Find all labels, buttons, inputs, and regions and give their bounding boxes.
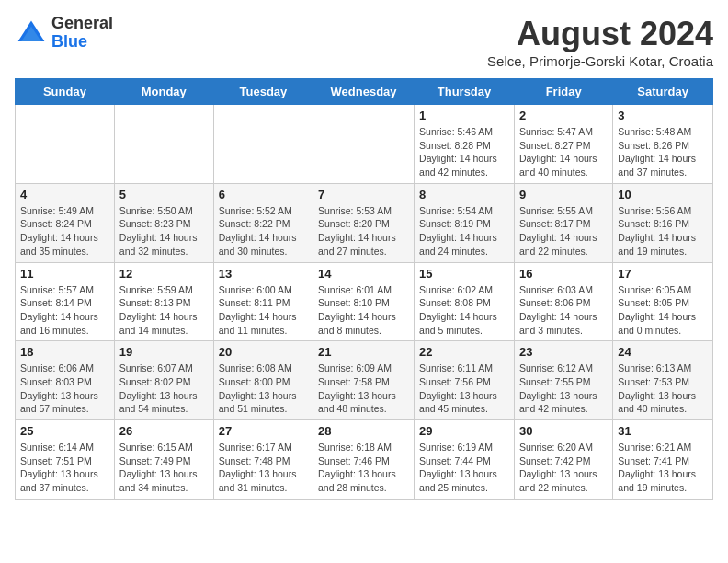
day-number: 2	[519, 109, 608, 122]
day-info: Sunrise: 5:53 AMSunset: 8:20 PMDaylight:…	[318, 204, 409, 259]
day-number: 13	[219, 267, 308, 281]
day-number: 9	[519, 188, 608, 201]
day-info: Sunrise: 5:48 AMSunset: 8:26 PMDaylight:…	[618, 125, 708, 179]
calendar-cell	[114, 105, 213, 184]
day-number: 19	[119, 345, 209, 359]
day-number: 11	[20, 267, 109, 281]
calendar-cell: 7Sunrise: 5:53 AMSunset: 8:20 PMDaylight…	[313, 183, 415, 262]
day-of-week-header: Tuesday	[213, 79, 313, 105]
calendar-cell: 4Sunrise: 5:49 AMSunset: 8:24 PMDaylight…	[16, 183, 115, 262]
calendar-cell	[213, 105, 313, 184]
day-number: 26	[119, 424, 209, 438]
calendar-cell: 19Sunrise: 6:07 AMSunset: 8:02 PMDayligh…	[114, 341, 213, 420]
day-number: 22	[419, 345, 509, 359]
calendar-cell: 16Sunrise: 6:03 AMSunset: 8:06 PMDayligh…	[514, 262, 612, 341]
calendar-cell: 22Sunrise: 6:11 AMSunset: 7:56 PMDayligh…	[415, 341, 515, 420]
day-number: 17	[618, 267, 708, 281]
calendar-cell: 24Sunrise: 6:13 AMSunset: 7:53 PMDayligh…	[613, 341, 713, 420]
day-number: 24	[618, 345, 708, 359]
day-info: Sunrise: 6:07 AMSunset: 8:02 PMDaylight:…	[119, 362, 209, 416]
day-number: 14	[318, 267, 409, 281]
calendar-week-row: 1Sunrise: 5:46 AMSunset: 8:28 PMDaylight…	[16, 105, 713, 184]
day-info: Sunrise: 5:57 AMSunset: 8:14 PMDaylight:…	[20, 283, 109, 338]
day-info: Sunrise: 6:01 AMSunset: 8:10 PMDaylight:…	[318, 283, 409, 338]
day-info: Sunrise: 6:09 AMSunset: 7:58 PMDaylight:…	[318, 362, 409, 416]
calendar-cell: 23Sunrise: 6:12 AMSunset: 7:55 PMDayligh…	[514, 341, 612, 420]
calendar-cell: 15Sunrise: 6:02 AMSunset: 8:08 PMDayligh…	[415, 262, 515, 341]
calendar-cell: 5Sunrise: 5:50 AMSunset: 8:23 PMDaylight…	[114, 183, 213, 262]
calendar-cell: 31Sunrise: 6:21 AMSunset: 7:41 PMDayligh…	[613, 420, 713, 500]
day-info: Sunrise: 6:13 AMSunset: 7:53 PMDaylight:…	[618, 362, 708, 416]
day-number: 5	[119, 188, 209, 201]
calendar-table: SundayMondayTuesdayWednesdayThursdayFrid…	[15, 78, 713, 500]
logo: General Blue	[15, 15, 113, 52]
calendar-cell: 27Sunrise: 6:17 AMSunset: 7:48 PMDayligh…	[213, 420, 313, 500]
calendar-body: 1Sunrise: 5:46 AMSunset: 8:28 PMDaylight…	[16, 105, 713, 500]
day-of-week-header: Monday	[114, 79, 213, 105]
day-info: Sunrise: 6:12 AMSunset: 7:55 PMDaylight:…	[519, 362, 608, 416]
day-info: Sunrise: 6:11 AMSunset: 7:56 PMDaylight:…	[419, 362, 509, 416]
calendar-cell: 12Sunrise: 5:59 AMSunset: 8:13 PMDayligh…	[114, 262, 213, 341]
day-of-week-header: Saturday	[613, 79, 713, 105]
calendar-cell: 29Sunrise: 6:19 AMSunset: 7:44 PMDayligh…	[415, 420, 515, 500]
day-number: 27	[219, 424, 308, 438]
day-of-week-header: Sunday	[16, 79, 115, 105]
calendar-cell: 11Sunrise: 5:57 AMSunset: 8:14 PMDayligh…	[16, 262, 115, 341]
day-info: Sunrise: 6:17 AMSunset: 7:48 PMDaylight:…	[219, 441, 308, 495]
calendar-cell	[313, 105, 415, 184]
calendar-cell: 9Sunrise: 5:55 AMSunset: 8:17 PMDaylight…	[514, 183, 612, 262]
day-number: 18	[20, 345, 109, 359]
day-info: Sunrise: 6:03 AMSunset: 8:06 PMDaylight:…	[519, 283, 608, 338]
calendar-week-row: 25Sunrise: 6:14 AMSunset: 7:51 PMDayligh…	[16, 420, 713, 500]
day-info: Sunrise: 6:08 AMSunset: 8:00 PMDaylight:…	[219, 362, 308, 416]
day-number: 20	[219, 345, 308, 359]
day-info: Sunrise: 6:14 AMSunset: 7:51 PMDaylight:…	[20, 441, 109, 495]
day-of-week-header: Friday	[514, 79, 612, 105]
day-number: 7	[318, 188, 409, 201]
day-info: Sunrise: 6:00 AMSunset: 8:11 PMDaylight:…	[219, 283, 308, 338]
day-number: 29	[419, 424, 509, 438]
day-info: Sunrise: 6:02 AMSunset: 8:08 PMDaylight:…	[419, 283, 509, 338]
day-info: Sunrise: 6:21 AMSunset: 7:41 PMDaylight:…	[618, 441, 708, 495]
calendar-cell: 6Sunrise: 5:52 AMSunset: 8:22 PMDaylight…	[213, 183, 313, 262]
day-number: 3	[618, 109, 708, 122]
calendar-cell: 21Sunrise: 6:09 AMSunset: 7:58 PMDayligh…	[313, 341, 415, 420]
day-number: 30	[519, 424, 608, 438]
day-number: 6	[219, 188, 308, 201]
day-number: 16	[519, 267, 608, 281]
day-number: 31	[618, 424, 708, 438]
day-info: Sunrise: 5:56 AMSunset: 8:16 PMDaylight:…	[618, 204, 708, 259]
calendar-cell	[16, 105, 115, 184]
day-info: Sunrise: 5:52 AMSunset: 8:22 PMDaylight:…	[219, 204, 308, 259]
day-number: 23	[519, 345, 608, 359]
calendar-cell: 26Sunrise: 6:15 AMSunset: 7:49 PMDayligh…	[114, 420, 213, 500]
day-info: Sunrise: 5:49 AMSunset: 8:24 PMDaylight:…	[20, 204, 109, 259]
day-info: Sunrise: 5:50 AMSunset: 8:23 PMDaylight:…	[119, 204, 209, 259]
calendar-cell: 25Sunrise: 6:14 AMSunset: 7:51 PMDayligh…	[16, 420, 115, 500]
day-info: Sunrise: 5:47 AMSunset: 8:27 PMDaylight:…	[519, 125, 608, 179]
day-number: 4	[20, 188, 109, 201]
month-title: August 2024	[487, 15, 713, 53]
calendar-cell: 18Sunrise: 6:06 AMSunset: 8:03 PMDayligh…	[16, 341, 115, 420]
day-info: Sunrise: 5:55 AMSunset: 8:17 PMDaylight:…	[519, 204, 608, 259]
day-info: Sunrise: 5:59 AMSunset: 8:13 PMDaylight:…	[119, 283, 209, 338]
calendar-cell: 28Sunrise: 6:18 AMSunset: 7:46 PMDayligh…	[313, 420, 415, 500]
day-number: 1	[419, 109, 509, 122]
calendar-cell: 17Sunrise: 6:05 AMSunset: 8:05 PMDayligh…	[613, 262, 713, 341]
day-number: 15	[419, 267, 509, 281]
logo-text: General Blue	[51, 15, 113, 52]
calendar-cell: 14Sunrise: 6:01 AMSunset: 8:10 PMDayligh…	[313, 262, 415, 341]
day-info: Sunrise: 6:15 AMSunset: 7:49 PMDaylight:…	[119, 441, 209, 495]
location: Selce, Primorje-Gorski Kotar, Croatia	[487, 53, 713, 69]
day-of-week-header: Thursday	[415, 79, 515, 105]
day-info: Sunrise: 6:18 AMSunset: 7:46 PMDaylight:…	[318, 441, 409, 495]
day-number: 28	[318, 424, 409, 438]
day-number: 25	[20, 424, 109, 438]
calendar-week-row: 11Sunrise: 5:57 AMSunset: 8:14 PMDayligh…	[16, 262, 713, 341]
day-number: 8	[419, 188, 509, 201]
calendar-cell: 20Sunrise: 6:08 AMSunset: 8:00 PMDayligh…	[213, 341, 313, 420]
page-header: General Blue August 2024 Selce, Primorje…	[15, 15, 713, 69]
days-of-week-row: SundayMondayTuesdayWednesdayThursdayFrid…	[16, 79, 713, 105]
calendar-cell: 10Sunrise: 5:56 AMSunset: 8:16 PMDayligh…	[613, 183, 713, 262]
calendar-cell: 1Sunrise: 5:46 AMSunset: 8:28 PMDaylight…	[415, 105, 515, 184]
